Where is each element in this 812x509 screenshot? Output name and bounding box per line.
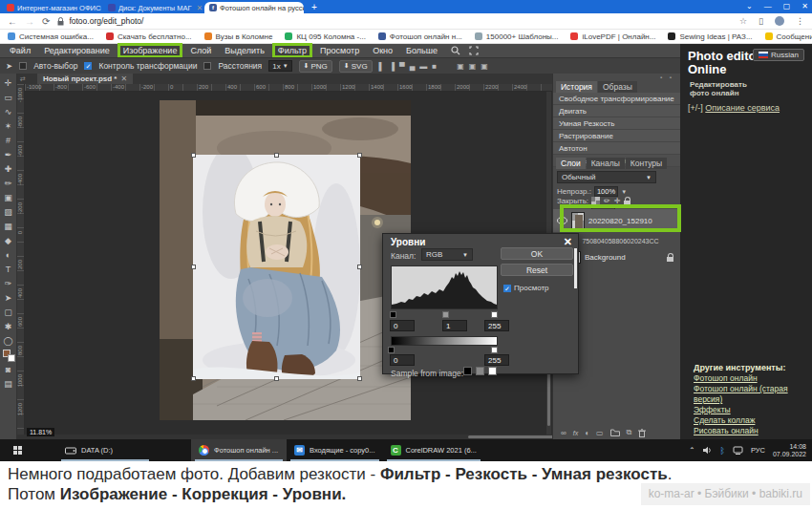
bookmark-item[interactable]: Системная ошибка... [8,32,94,41]
tab-presets[interactable]: Образы [598,81,637,93]
document-close-icon[interactable]: ✕ [120,74,127,83]
type-tool-icon[interactable]: T [1,263,16,277]
menu-filter-highlighted[interactable]: Фильтр [272,43,312,58]
bookmark-item[interactable]: iLovePDF | Онлайн... [570,32,655,41]
tray-chevron-icon[interactable]: ⌃ [689,446,694,455]
input-midtone-slider[interactable] [442,311,449,318]
menu-edit[interactable]: Редактирование [38,45,116,56]
auto-select-checkbox[interactable] [19,62,27,70]
menu-window[interactable]: Окно [367,45,398,56]
bookmark-item[interactable]: 150000+ Шаблоны... [475,32,559,41]
transform-handle-top-center[interactable] [274,153,279,158]
minimize-button[interactable]: — [764,2,772,11]
align-icons[interactable]: ▌▐▀▄▬■ [379,62,438,71]
language-button[interactable]: Russian [753,49,804,61]
transform-controls-checkbox[interactable]: ✓ [84,62,92,70]
channel-dropdown[interactable]: RGB▼ [421,248,473,261]
tab-history[interactable]: История [556,81,597,93]
link-photoshop-online[interactable]: Фотошоп онлайн [694,373,812,384]
transform-handle-bottom-left[interactable] [191,376,196,381]
bluetooth-icon[interactable]: ᛒ [720,446,725,456]
scroll-tabs-icon[interactable]: ⇄ [20,75,26,83]
layer-name[interactable]: 750804058806020243CC [582,238,658,244]
eraser-tool-icon[interactable]: ▨ [1,205,16,220]
input-shadow-value[interactable]: 0 [390,320,415,331]
path-select-tool-icon[interactable]: ➤ [1,291,16,306]
menu-image-highlighted[interactable]: Изображение [118,43,183,58]
link-effects[interactable]: Эффекты [694,405,812,415]
link-make-collage[interactable]: Сделать коллаж [694,415,812,426]
tab-close-icon[interactable]: ✕ [197,4,203,12]
new-layer-icon[interactable]: ⧉ [627,428,632,437]
opacity-arrow-icon[interactable]: ▼ [621,189,627,195]
link-draw-online[interactable]: Рисовать онлайн [694,426,812,436]
taskbar-item-coreldraw[interactable]: C CorelDRAW 2021 (6... [383,439,484,461]
bookmark-item[interactable]: КЦ 095 Коломна -... [285,32,365,41]
bookmark-item[interactable]: Вузы в Коломне [204,32,273,41]
link-photoshop-online-old[interactable]: Фотошоп онлайн (старая версия) [694,384,812,405]
color-swatches[interactable] [1,349,16,363]
clock[interactable]: 14:08 07.09.2022 [773,443,806,458]
bookmark-star-icon[interactable]: ☆ [739,16,747,26]
bookmark-item[interactable]: Сообщения о про... [765,32,812,41]
sample-white-swatch[interactable] [488,367,497,375]
input-shadow-slider[interactable] [390,311,396,318]
lasso-tool-icon[interactable]: ∿ [1,105,16,119]
clone-stamp-tool-icon[interactable]: ▣ [1,191,16,205]
back-icon[interactable]: ← [8,16,17,27]
sample-black-swatch[interactable] [463,367,472,375]
search-icon[interactable] [451,46,460,55]
quick-mask-icon[interactable]: ◙ [1,363,16,377]
side-panel-icon[interactable]: ▯ [759,16,763,26]
profile-avatar[interactable] [775,16,784,26]
taskbar-item-data-drive[interactable]: DATA (D:) [57,439,153,461]
gradient-tool-icon[interactable]: ▦ [1,220,16,234]
crop-tool-icon[interactable]: # [1,134,16,148]
hand-tool-icon[interactable]: ✱ [1,320,16,334]
blur-tool-icon[interactable]: ◆ [1,234,16,248]
distances-checkbox[interactable] [203,62,211,70]
history-item[interactable]: Автотон [553,142,681,155]
tab-paths[interactable]: Контуры [626,158,667,169]
taskbar-item-photoshop-online[interactable]: Фотошоп онлайн ... [191,439,287,461]
levels-dialog[interactable]: Уровни ✕ Канал: RGB▼ 0 1 255 0 255 Sampl… [382,233,579,374]
zoom-tool-icon[interactable]: ◯ [1,334,16,349]
tab-layers[interactable]: Слои [556,158,586,169]
magic-wand-tool-icon[interactable]: ✶ [1,119,16,134]
move-tool-icon[interactable]: ✛ [1,76,16,91]
menu-layer[interactable]: Слой [184,45,217,56]
browser-tab-2[interactable]: Диск: Документы МАГ ✕ [103,2,203,13]
close-button[interactable]: ✕ [801,2,808,11]
input-highlight-slider[interactable] [491,311,498,318]
link-layers-icon[interactable]: ∞ [561,429,566,437]
export-svg-button[interactable]: ⬇SVG [339,60,373,73]
input-midtone-value[interactable]: 1 [442,320,467,331]
output-shadow-slider[interactable] [388,347,395,353]
dodge-tool-icon[interactable]: ◐ [1,248,16,263]
adjustment-layer-icon[interactable]: ◐ [585,429,589,437]
delete-layer-trash-icon[interactable] [638,429,646,437]
forward-icon[interactable]: → [25,16,34,27]
healing-brush-tool-icon[interactable]: ✚ [1,162,16,177]
layer-effects-icon[interactable]: fx [573,430,578,436]
transform-handle-top-left[interactable] [191,153,196,158]
eyedropper-tool-icon[interactable]: ✒ [1,148,16,162]
url-field[interactable]: fotoo.org/edit_photo/ [57,15,143,28]
volume-icon[interactable] [703,446,713,455]
screen-mode-icon[interactable]: ▤ [1,377,16,392]
menu-view[interactable]: Просмотр [314,45,365,56]
browser-tab-1[interactable]: Интернет-магазин ОФИСМАГ - ✕ [2,2,101,13]
transform-handle-top-right[interactable] [357,153,362,158]
pen-tool-icon[interactable]: ✑ [1,277,16,291]
dialog-scrollbar[interactable] [574,248,577,288]
marquee-tool-icon[interactable]: ▭ [1,91,16,105]
language-indicator[interactable]: РУС [751,446,765,455]
sample-gray-swatch[interactable] [476,367,484,375]
export-png-button[interactable]: ⬇PNG [299,60,332,73]
menu-select[interactable]: Выделить [219,45,270,56]
menu-file[interactable]: Файл [4,45,36,56]
menu-more[interactable]: Больше [400,45,443,56]
transform-handle-bottom-right[interactable] [357,376,362,381]
output-highlight-slider[interactable] [491,347,498,353]
ok-button[interactable]: OK [501,247,573,260]
